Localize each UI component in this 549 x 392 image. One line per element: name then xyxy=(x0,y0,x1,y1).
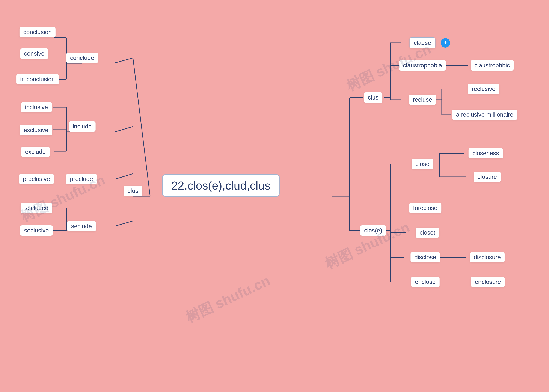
clause-label: clause xyxy=(414,39,431,46)
disclose-node: disclose xyxy=(410,252,440,262)
inclusive-node: inclusive xyxy=(21,102,52,112)
svg-line-5 xyxy=(115,174,133,179)
closeness-label: closeness xyxy=(473,150,499,157)
left-clus-label: clus xyxy=(128,187,138,194)
disclosure-node: disclosure xyxy=(470,252,505,262)
inclusive-label: inclusive xyxy=(25,104,48,111)
a-reclusive-millionaire-node: a reclusive millionaire xyxy=(452,110,517,120)
closet-node: closet xyxy=(416,228,439,238)
preclude-label: preclude xyxy=(70,176,93,182)
reclusive-node: reclusive xyxy=(468,84,499,94)
enclosure-node: enclosure xyxy=(471,277,505,287)
close-node: close xyxy=(411,159,433,169)
right-clus-label: clus xyxy=(368,94,379,101)
preclusive-label: preclusive xyxy=(23,176,50,182)
plus-icon: + xyxy=(444,40,447,46)
left-clus-node: clus xyxy=(124,186,142,196)
clause-node: clause xyxy=(410,37,436,49)
conclusion-node: conclusion xyxy=(20,27,56,37)
svg-line-3 xyxy=(114,58,133,63)
seclude-label: seclude xyxy=(71,223,92,230)
watermark-2: 树图 shufu.cn xyxy=(182,271,273,327)
disclose-label: disclose xyxy=(414,254,436,261)
right-clus-node: clus xyxy=(364,92,382,103)
foreclose-node: foreclose xyxy=(409,203,441,213)
secluded-node: secluded xyxy=(21,203,52,213)
exclusive-node: exclusive xyxy=(20,125,52,135)
closure-node: closure xyxy=(474,172,501,182)
disclosure-label: disclosure xyxy=(474,254,501,261)
conclusion-label: conclusion xyxy=(23,29,52,35)
enclose-label: enclose xyxy=(415,279,436,285)
closet-label: closet xyxy=(419,229,435,236)
claustrophobia-node: claustrophobia xyxy=(399,60,446,70)
clos-e-node: clos(e) xyxy=(360,225,386,236)
center-label: 22.clos(e),clud,clus xyxy=(171,179,271,192)
center-node: 22.clos(e),clud,clus xyxy=(162,174,280,197)
reclusive-label: reclusive xyxy=(472,85,495,92)
exclude-node: exclude xyxy=(21,147,50,157)
a-reclusive-millionaire-label: a reclusive millionaire xyxy=(456,111,513,118)
conclude-label: conclude xyxy=(70,55,94,61)
seclude-node: seclude xyxy=(67,221,96,231)
include-node: include xyxy=(69,121,96,132)
consive-label: consive xyxy=(24,50,45,57)
closeness-node: closeness xyxy=(469,148,503,159)
close-label: close xyxy=(415,161,429,168)
recluse-node: recluse xyxy=(409,95,436,105)
claustrophobia-label: claustrophobia xyxy=(403,62,442,69)
foreclose-label: foreclose xyxy=(413,205,438,211)
claustrophbic-label: claustrophbic xyxy=(475,62,510,69)
svg-line-6 xyxy=(115,221,133,226)
exclusive-label: exclusive xyxy=(24,127,48,133)
seclusive-label: seclusive xyxy=(24,227,49,234)
in-conclusion-label: in conclusion xyxy=(20,76,55,83)
clause-add-button[interactable]: + xyxy=(441,38,450,48)
recluse-label: recluse xyxy=(413,96,432,103)
preclusive-node: preclusive xyxy=(19,174,54,184)
enclosure-label: enclosure xyxy=(475,279,501,285)
secluded-label: secluded xyxy=(24,205,49,211)
include-label: include xyxy=(73,123,92,130)
exclude-label: exclude xyxy=(25,148,46,155)
clos-e-label: clos(e) xyxy=(364,227,382,234)
consive-node: consive xyxy=(20,49,49,59)
svg-line-4 xyxy=(115,126,133,132)
seclusive-node: seclusive xyxy=(20,225,53,236)
closure-label: closure xyxy=(478,174,497,180)
claustrophbic-node: claustrophbic xyxy=(471,60,514,70)
conclude-node: conclude xyxy=(66,53,98,63)
enclose-node: enclose xyxy=(411,277,440,287)
preclude-node: preclude xyxy=(66,174,97,184)
in-conclusion-node: in conclusion xyxy=(16,74,59,84)
